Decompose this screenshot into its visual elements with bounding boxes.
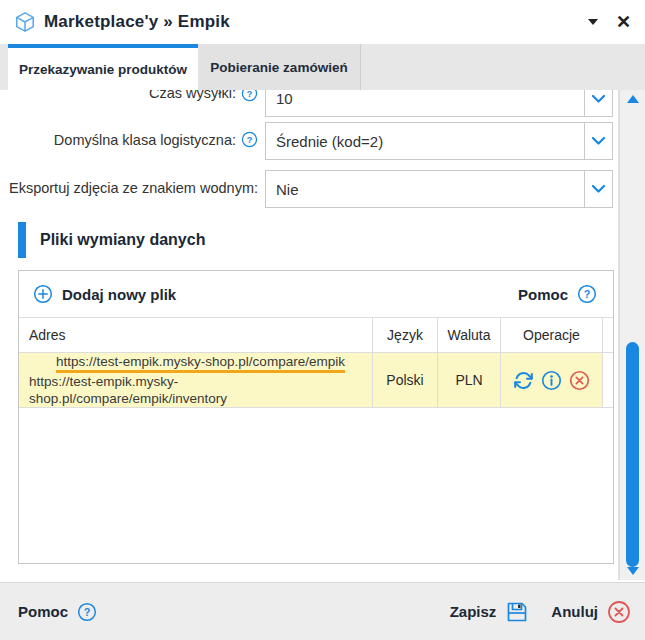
save-button[interactable]: Zapisz: [450, 600, 530, 624]
currency-cell: PLN: [438, 353, 501, 408]
col-header-extra: [603, 318, 613, 353]
file-url-link[interactable]: https://test-empik.mysky-shop.pl/compare…: [56, 353, 345, 373]
tab-label: Pobieranie zamówień: [210, 60, 347, 75]
section-title: Pliki wymiany danych: [40, 222, 205, 258]
help-icon: [77, 602, 97, 622]
label-text: Czas wysyłki:: [149, 90, 236, 101]
collapse-caret-down-icon[interactable]: [588, 19, 598, 25]
scrollbar-thumb[interactable]: [626, 342, 639, 567]
cube-icon: [14, 11, 36, 33]
cancel-label: Anuluj: [551, 603, 598, 620]
tab-pobieranie-zamowien[interactable]: Pobieranie zamówień: [198, 44, 361, 90]
data-exchange-files-panel: Dodaj nowy plik Pomoc Adres Język Waluta…: [18, 270, 614, 564]
select-value: Nie: [276, 181, 299, 198]
row-extra-cell: [603, 353, 613, 408]
dialog-footer: Pomoc Zapisz Anuluj: [0, 582, 645, 640]
scroll-down-icon[interactable]: [627, 567, 639, 575]
label-text: Eksportuj zdjęcia ze znakiem wodnym:: [9, 180, 258, 196]
tab-label: Przekazywanie produktów: [19, 62, 187, 77]
help-icon[interactable]: [241, 90, 258, 102]
scroll-up-icon[interactable]: [627, 95, 639, 103]
dialog-header: Marketplace'y » Empik ✕: [0, 0, 645, 44]
settings-content: Czas wysyłki: 10 Domyślna klasa logistyc…: [0, 90, 619, 580]
footer-help-button[interactable]: Pomoc: [18, 602, 97, 622]
chevron-down-icon: [591, 94, 606, 104]
cancel-button[interactable]: Anuluj: [551, 600, 631, 624]
add-file-button[interactable]: Dodaj nowy plik: [33, 284, 176, 304]
close-icon[interactable]: ✕: [616, 13, 631, 31]
files-panel-header: Dodaj nowy plik Pomoc: [19, 271, 613, 318]
save-disk-icon: [505, 600, 529, 624]
klasa-logistyczna-select[interactable]: Średnie (kod=2): [265, 122, 613, 160]
refresh-icon[interactable]: [513, 370, 534, 391]
save-label: Zapisz: [450, 603, 497, 620]
field-label-czas-wysylki: Czas wysyłki:: [0, 90, 258, 101]
label-text: Domyślna klasa logistyczna:: [54, 132, 236, 148]
col-header-jezyk: Język: [373, 318, 438, 353]
files-table-header: Adres Język Waluta Operacje: [19, 318, 613, 353]
chevron-down-icon: [591, 184, 606, 194]
col-header-waluta: Waluta: [438, 318, 501, 353]
file-urls-cell: https://test-empik.mysky-shop.pl/compare…: [19, 353, 373, 408]
footer-help-label: Pomoc: [18, 603, 68, 620]
operations-cell: [501, 353, 603, 408]
help-icon[interactable]: [241, 131, 258, 148]
dialog-title: Marketplace'y » Empik: [44, 12, 230, 32]
add-file-label: Dodaj nowy plik: [62, 286, 176, 303]
plus-circle-icon: [33, 284, 53, 304]
select-value: Średnie (kod=2): [276, 133, 383, 150]
chevron-down-icon: [591, 136, 606, 146]
col-header-operacje: Operacje: [501, 318, 603, 353]
field-label-znak-wodny: Eksportuj zdjęcia ze znakiem wodnym:: [0, 179, 258, 196]
marketplace-settings-dialog: Marketplace'y » Empik ✕ Przekazywanie pr…: [0, 0, 645, 640]
panel-help-button[interactable]: Pomoc: [518, 284, 597, 304]
delete-icon[interactable]: [569, 370, 590, 391]
czas-wysylki-select[interactable]: 10: [265, 90, 613, 117]
vertical-scrollbar[interactable]: [619, 90, 645, 580]
info-icon[interactable]: [541, 370, 562, 391]
cancel-circle-icon: [607, 600, 631, 624]
section-accent-bar: [18, 222, 26, 258]
help-icon: [577, 284, 597, 304]
field-label-klasa-logistyczna: Domyślna klasa logistyczna:: [0, 131, 258, 148]
file-url-link[interactable]: https://test-empik.mysky-shop.pl/compare…: [29, 373, 372, 407]
tab-bar: Przekazywanie produktów Pobieranie zamów…: [0, 44, 645, 90]
select-value: 10: [276, 90, 293, 107]
tab-przekazywanie-produktow[interactable]: Przekazywanie produktów: [8, 44, 198, 90]
table-row: https://test-empik.mysky-shop.pl/compare…: [19, 353, 613, 408]
language-cell: Polski: [373, 353, 438, 408]
panel-help-label: Pomoc: [518, 286, 568, 303]
znak-wodny-select[interactable]: Nie: [265, 170, 613, 208]
col-header-adres: Adres: [19, 318, 373, 353]
